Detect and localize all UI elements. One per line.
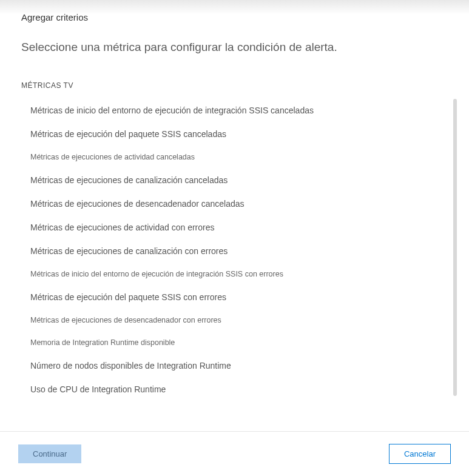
section-header: MÉTRICAS TV	[0, 81, 469, 99]
page-title: Agregar criterios	[21, 12, 451, 22]
metric-item[interactable]: Uso de CPU de Integration Runtime	[18, 378, 457, 401]
metric-item[interactable]: Memoria de Integration Runtime disponibl…	[18, 332, 457, 354]
metrics-list: Métricas de inicio del entorno de ejecuc…	[0, 99, 457, 401]
metric-item[interactable]: Métricas de ejecuciones de desencadenado…	[18, 309, 457, 332]
header: Agregar criterios Seleccione una métrica…	[0, 0, 469, 81]
metric-item[interactable]: Número de nodos disponibles de Integrati…	[18, 354, 457, 378]
cancel-button[interactable]: Cancelar	[389, 444, 451, 464]
metric-item[interactable]: Métricas de ejecuciones de desencadenado…	[18, 192, 457, 216]
metric-item[interactable]: Métricas de ejecución del paquete SSIS c…	[18, 286, 457, 309]
metric-item[interactable]: Métricas de ejecuciones de canalización …	[18, 240, 457, 263]
page-subtitle: Seleccione una métrica para configurar l…	[21, 41, 451, 54]
footer: Continuar Cancelar	[0, 431, 469, 476]
continue-button[interactable]: Continuar	[18, 444, 81, 463]
metric-item[interactable]: Métricas de ejecución del paquete SSIS c…	[18, 122, 457, 146]
metric-item[interactable]: Métricas de ejecuciones de actividad con…	[18, 216, 457, 240]
metric-item[interactable]: Métricas de ejecuciones de canalización …	[18, 169, 457, 192]
metric-item[interactable]: Métricas de inicio del entorno de ejecuc…	[18, 263, 457, 286]
metrics-container: Métricas de inicio del entorno de ejecuc…	[0, 99, 457, 431]
scrollbar[interactable]	[453, 99, 457, 396]
metric-item[interactable]: Métricas de inicio del entorno de ejecuc…	[18, 99, 457, 122]
metric-item[interactable]: Métricas de ejecuciones de actividad can…	[18, 146, 457, 169]
